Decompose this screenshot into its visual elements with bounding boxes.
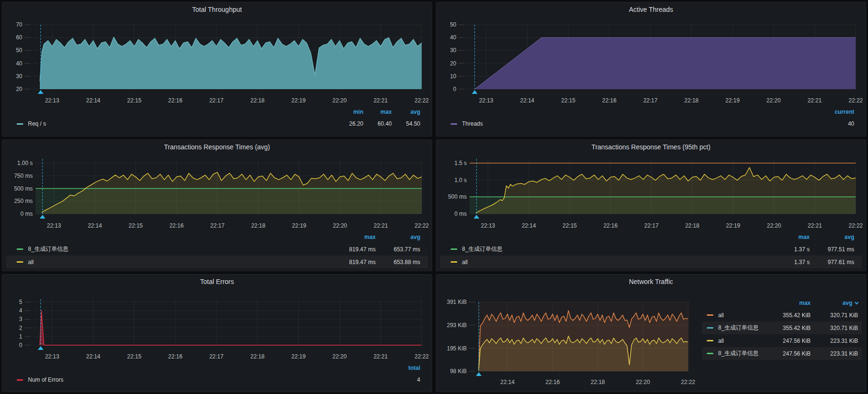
x-tick-label: 22:17 <box>210 222 224 229</box>
legend-series-label[interactable]: all <box>440 259 468 266</box>
annotation-marker-icon[interactable] <box>474 215 480 219</box>
x-tick-label: 22:18 <box>250 97 265 104</box>
x-tick-label: 22:21 <box>374 222 388 229</box>
legend-header-max[interactable]: max <box>765 234 810 240</box>
legend-series-label[interactable]: Num of Errors <box>6 376 64 383</box>
y-tick-label: 60 <box>16 34 23 41</box>
y-tick-label: 1.00 s <box>17 160 33 166</box>
series-fill <box>42 172 422 214</box>
y-tick-label: 50 <box>16 47 23 54</box>
panel-title[interactable]: Total Errors <box>2 275 432 289</box>
legend-header-avg[interactable]: avg <box>811 300 858 306</box>
legend-series-name: all <box>462 259 468 266</box>
legend-header-max[interactable]: max <box>331 234 376 240</box>
legend-header-avg[interactable]: avg <box>376 234 420 240</box>
legend: currentThreads40 <box>440 106 862 130</box>
legend: minmaxavgReq / s26.2060.4054.50 <box>6 106 428 130</box>
series-color-dash-icon <box>451 261 457 263</box>
legend-value: 819.47 ms <box>331 246 376 253</box>
panel-response-times-95pct: Transactions Response Times (95th pct) 0… <box>436 139 866 271</box>
y-tick-label: 5 <box>19 299 22 305</box>
legend-header-min[interactable]: min <box>335 109 363 115</box>
legend-header-max[interactable]: max <box>363 109 392 115</box>
x-tick-label: 22:22 <box>415 222 429 229</box>
legend-value: 54.50 <box>392 120 420 127</box>
y-tick-label: 391 KiB <box>447 299 467 305</box>
y-tick-label: 70 <box>16 21 23 28</box>
x-tick-label: 22:17 <box>643 97 657 104</box>
legend-series-label[interactable]: 8_生成订单信息 <box>6 245 68 253</box>
legend-series-label[interactable]: all <box>702 312 724 319</box>
annotation-marker-icon[interactable] <box>472 90 478 94</box>
y-tick-label: 750 ms <box>14 173 33 179</box>
y-tick-label: 1.5 s <box>454 160 467 166</box>
legend-row: Num of Errors4 <box>6 374 428 386</box>
legend-series-label[interactable]: Req / s <box>6 120 46 127</box>
legend-series-label[interactable]: 8_生成订单信息 <box>702 349 758 357</box>
legend-value: 653.77 ms <box>376 246 420 253</box>
legend: maxavg8_生成订单信息1.37 s977.51 msall1.37 s97… <box>440 231 862 268</box>
x-tick-label: 22:20 <box>333 222 347 229</box>
legend-header-total[interactable]: total <box>392 365 420 371</box>
annotation-marker-icon[interactable] <box>40 215 46 219</box>
x-tick-label: 22:14 <box>88 222 102 229</box>
x-tick-label: 22:15 <box>561 97 575 104</box>
x-tick-label: 22:16 <box>169 222 184 229</box>
legend-row: all247.56 KiB223.31 KiB <box>702 334 862 347</box>
x-tick-label: 22:21 <box>807 97 822 104</box>
legend-series-label[interactable]: all <box>6 259 34 266</box>
x-tick-label: 22:17 <box>209 97 223 104</box>
legend: maxavgall355.42 KiB320.71 KiB8_生成订单信息355… <box>702 297 862 360</box>
panel-title[interactable]: Active Threads <box>436 2 866 17</box>
legend-value: 40 <box>826 120 854 127</box>
legend-series-name: Req / s <box>28 120 46 127</box>
legend-series-name: all <box>718 312 724 319</box>
legend-header-max[interactable]: max <box>763 300 811 306</box>
panel-total-throughput: Total Throughput 20304050607022:1322:142… <box>2 2 432 137</box>
legend-value: 819.47 ms <box>331 259 376 266</box>
legend: totalNum of Errors4 <box>6 362 428 386</box>
legend-series-name: 8_生成订单信息 <box>718 324 758 332</box>
panel-title[interactable]: Network Traffic <box>436 275 866 289</box>
panel-title[interactable]: Transactions Response Times (95th pct) <box>436 140 866 154</box>
x-tick-label: 22:13 <box>481 222 495 229</box>
legend-series-label[interactable]: Threads <box>440 120 483 127</box>
y-tick-label: 10 <box>450 73 457 80</box>
series-color-dash-icon <box>451 248 457 250</box>
legend-value: 355.42 KiB <box>763 312 811 319</box>
y-tick-label: 0 <box>19 342 22 348</box>
legend-value: 4 <box>392 376 420 383</box>
panel-network-traffic: Network Traffic 98 KiB195 KiB293 KiB391 … <box>436 274 866 392</box>
legend-series-label[interactable]: all <box>702 338 724 344</box>
x-tick-label: 22:17 <box>209 353 223 360</box>
annotation-marker-icon[interactable] <box>38 90 44 94</box>
sort-caret-icon <box>855 301 859 304</box>
series-color-dash-icon <box>17 261 23 263</box>
legend-header-avg[interactable]: avg <box>810 234 854 240</box>
panel-title[interactable]: Total Throughput <box>2 2 432 17</box>
legend-series-label[interactable]: 8_生成订单信息 <box>702 324 758 332</box>
legend-value: 320.71 KiB <box>811 325 858 331</box>
annotation-marker-icon[interactable] <box>38 346 44 350</box>
x-tick-label: 22:19 <box>291 97 305 104</box>
x-tick-label: 22:22 <box>415 97 429 104</box>
series-color-dash-icon <box>707 353 713 354</box>
y-tick-label: 250 ms <box>14 198 33 204</box>
annotation-marker-icon[interactable] <box>476 372 481 376</box>
x-tick-label: 22:18 <box>591 379 605 385</box>
legend-series-label[interactable]: 8_生成订单信息 <box>440 245 502 253</box>
legend-series-name: 8_生成订单信息 <box>462 245 502 253</box>
legend-header-avg[interactable]: avg <box>392 109 420 115</box>
legend-series-name: all <box>718 338 724 344</box>
x-tick-label: 22:18 <box>251 222 265 229</box>
y-tick-label: 0 ms <box>20 211 33 217</box>
y-tick-label: 40 <box>16 60 23 67</box>
x-tick-label: 22:22 <box>681 379 695 385</box>
x-tick-label: 22:20 <box>767 222 781 229</box>
legend-header-current[interactable]: current <box>826 109 854 115</box>
legend-value: 1.37 s <box>765 259 810 266</box>
x-tick-label: 22:18 <box>250 353 265 360</box>
legend-row: 8_生成订单信息819.47 ms653.77 ms <box>6 243 428 256</box>
legend-header-row: current <box>440 106 862 118</box>
panel-title[interactable]: Transactions Response Times (avg) <box>2 140 432 154</box>
